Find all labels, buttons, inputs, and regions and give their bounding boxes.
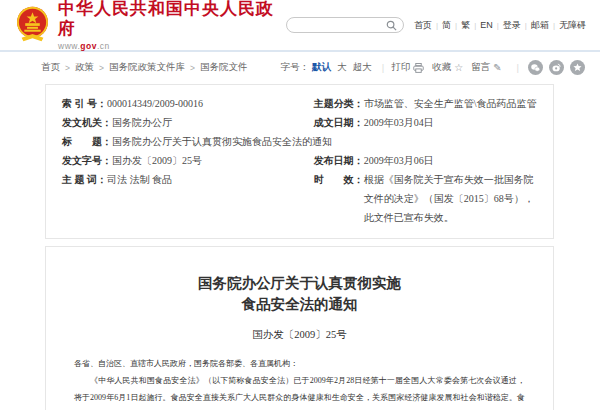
meta-issuing-agency: 发文机关：国务院办公厅	[62, 113, 314, 132]
document-content: 国务院办公厅关于认真贯彻实施 食品安全法的通知 国办发〔2009〕25号 各省、…	[45, 246, 554, 410]
nav-home[interactable]: 首页	[414, 19, 432, 32]
breadcrumb-policy-library[interactable]: 国务院政策文件库	[109, 61, 185, 74]
meta-validity: 时 效：根据《国务院关于宣布失效一批国务院文件的决定》（国发〔2015〕68号）…	[314, 170, 537, 227]
star-icon: ☆	[454, 63, 463, 73]
site-header: 中华人民共和国中央人民政府 www.gov.cn 首页| 简| 繁| EN| 登…	[0, 0, 600, 52]
meta-index-number: 索 引 号：000014349/2009-00016	[62, 94, 314, 113]
weibo-share-icon[interactable]	[549, 60, 564, 75]
nav-separator: |	[549, 21, 559, 30]
comment-button[interactable]: 留言 ✎	[471, 61, 501, 74]
site-identity: 中华人民共和国中央人民政府 www.gov.cn	[58, 0, 286, 51]
nav-separator: |	[493, 21, 503, 30]
breadcrumb: 首页 > 政策 > 国务院政策文件库 > 国务院文件	[41, 61, 247, 74]
national-emblem-logo	[14, 5, 51, 45]
meta-subject-terms: 主 题 词：司法 法制 食品	[62, 170, 314, 227]
meta-topic-category: 主题分类：市场监管、安全生产监管\食品药品监管	[314, 94, 537, 113]
document-title: 国务院办公厅关于认真贯彻实施 食品安全法的通知	[74, 273, 525, 315]
wechat-share-icon[interactable]	[528, 60, 543, 75]
printer-icon	[413, 63, 424, 73]
breadcrumb-separator: >	[185, 63, 200, 73]
font-size-label: 字号：	[281, 61, 310, 74]
salutation-paragraph: 各省、自治区、直辖市人民政府，国务院各部委、各直属机构：	[74, 355, 525, 372]
qzone-share-icon[interactable]	[570, 60, 585, 75]
nav-mail[interactable]: 邮箱	[531, 19, 549, 32]
nav-separator: |	[432, 21, 442, 30]
font-size-default-button[interactable]: 默认	[309, 61, 334, 74]
pencil-icon: ✎	[493, 63, 501, 73]
favorite-button[interactable]: 收藏 ☆	[432, 61, 463, 74]
share-buttons	[528, 60, 585, 75]
search-box[interactable]	[286, 17, 404, 33]
print-button[interactable]: 打印	[391, 61, 424, 74]
meta-publish-date: 发布日期：2009年03月06日	[314, 151, 537, 170]
nav-traditional-chinese[interactable]: 繁	[461, 19, 470, 32]
search-icon[interactable]	[386, 20, 397, 31]
site-url: www.gov.cn	[58, 41, 286, 51]
breadcrumb-policy[interactable]: 政策	[75, 61, 94, 74]
header-nav: 首页| 简| 繁| EN| 登录| 邮箱| 无障碍	[414, 19, 586, 32]
nav-english[interactable]: EN	[480, 20, 493, 30]
breadcrumb-toolbar-row: 首页 > 政策 > 国务院政策文件库 > 国务院文件 字号： 默认 大 超大 |…	[0, 52, 600, 83]
nav-simplified-chinese[interactable]: 简	[442, 19, 451, 32]
breadcrumb-separator: >	[94, 63, 109, 73]
document-number: 国办发〔2009〕25号	[74, 328, 525, 342]
meta-empty-cell	[314, 132, 537, 151]
document-body: 各省、自治区、直辖市人民政府，国务院各部委、各直属机构： 《中华人民共和国食品安…	[74, 355, 525, 410]
site-title: 中华人民共和国中央人民政府	[58, 0, 286, 39]
breadcrumb-separator: >	[60, 63, 75, 73]
meta-title: 标 题：国务院办公厅关于认真贯彻实施食品安全法的通知	[62, 132, 314, 151]
nav-login[interactable]: 登录	[503, 19, 521, 32]
toolbar-divider: |	[375, 62, 391, 73]
font-size-xlarge-button[interactable]: 超大	[350, 61, 375, 74]
nav-separator: |	[521, 21, 531, 30]
search-input[interactable]	[293, 20, 386, 30]
intro-paragraph: 《中华人民共和国食品安全法》（以下简称食品安全法）已于2009年2月28日经第十…	[74, 372, 525, 410]
nav-separator: |	[470, 21, 480, 30]
toolbar-divider: |	[510, 62, 526, 73]
nav-accessibility[interactable]: 无障碍	[559, 19, 586, 32]
article-toolbar: 字号： 默认 大 超大 | 打印 收藏 ☆ 留言 ✎ |	[281, 60, 585, 75]
breadcrumb-state-council-docs[interactable]: 国务院文件	[200, 61, 248, 74]
document-metadata-table: 索 引 号：000014349/2009-00016 主题分类：市场监管、安全生…	[45, 84, 554, 239]
meta-document-number: 发文字号：国办发〔2009〕25号	[62, 151, 314, 170]
meta-written-date: 成文日期：2009年03月04日	[314, 113, 537, 132]
breadcrumb-home[interactable]: 首页	[41, 61, 60, 74]
govcn-document-page: { "colors": { "accent_red": "#c30d23", "…	[0, 0, 600, 410]
font-size-large-button[interactable]: 大	[334, 61, 350, 74]
nav-separator: |	[451, 21, 461, 30]
